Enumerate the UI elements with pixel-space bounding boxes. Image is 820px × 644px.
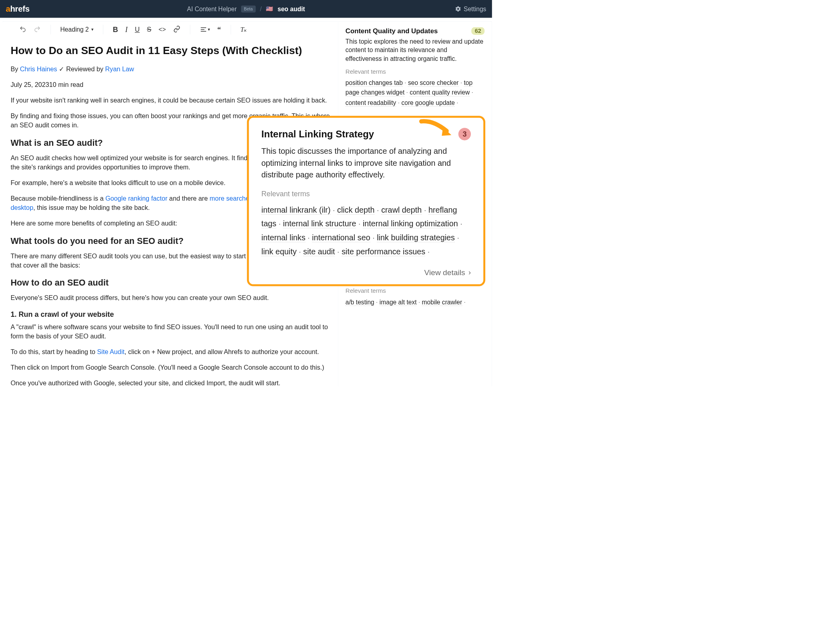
chevron-down-icon: ▾ [91,27,93,32]
link-site-audit[interactable]: Site Audit [97,348,125,356]
settings-button[interactable]: Settings [455,5,486,13]
view-details-button[interactable]: View details › [261,268,471,277]
byline: By Chris Haines ✓ Reviewed by Ryan Law [10,64,330,74]
app-name: AI Content Helper [187,5,237,13]
card-title: Internal Linking Strategy [261,129,374,139]
relevant-terms-label: Relevant terms [346,68,484,75]
topbar: ahrefs AI Content Helper Beta / 🇺🇸 seo a… [0,0,492,18]
publish-meta: July 25, 202310 min read [10,80,330,89]
strikethrough-button[interactable]: S [147,26,151,33]
score-badge: 3 [458,128,471,140]
author-link[interactable]: Chris Haines [20,65,57,72]
settings-label: Settings [464,5,486,13]
redo-button[interactable] [34,26,41,34]
link-button[interactable] [173,26,180,34]
keyword-crumb[interactable]: seo audit [277,5,305,13]
editor-toolbar: Heading 2 ▾ B I U S <> ▾ “ T✕ [2,21,338,38]
heading-select[interactable]: Heading 2 ▾ [60,26,94,34]
relevant-terms-label: Relevant terms [346,288,484,294]
card-title: Content Quality and Updates [346,27,438,35]
relevant-terms-label: Relevant terms [261,189,471,197]
code-button[interactable]: <> [159,26,166,34]
quote-button[interactable]: “ [217,26,221,34]
align-button[interactable]: ▾ [200,26,210,33]
gear-icon [455,6,461,12]
card-content-quality[interactable]: Content Quality and Updates 62 This topi… [346,27,484,108]
link-google-ranking[interactable]: Google ranking factor [105,195,167,202]
annotation-arrow-icon [419,118,455,139]
terms-list: position changes tab · seo score checker… [346,78,484,108]
flag-icon: 🇺🇸 [266,6,273,12]
chevron-right-icon: › [468,268,471,276]
bold-button[interactable]: B [113,26,118,34]
italic-button[interactable]: I [125,26,128,34]
clear-format-button[interactable]: T✕ [240,26,244,33]
page-title: How to Do an SEO Audit in 11 Easy Steps … [10,43,330,58]
reviewer-link[interactable]: Ryan Law [105,65,134,72]
terms-list: a/b testing · image alt text · mobile cr… [346,297,484,307]
undo-button[interactable] [19,26,26,34]
terms-list: internal linkrank (ilr) · click depth · … [261,203,471,259]
underline-button[interactable]: U [135,26,140,33]
card-description: This topic explores the need to review a… [346,37,484,63]
heading-step1: 1. Run a crawl of your website [10,309,330,320]
beta-badge: Beta [241,6,256,12]
score-badge: 62 [471,27,484,35]
card-description: This topic discusses the importance of a… [261,145,471,181]
breadcrumb: AI Content Helper Beta / 🇺🇸 seo audit [187,5,305,13]
logo[interactable]: ahrefs [6,4,29,14]
card-internal-linking-highlight[interactable]: Internal Linking Strategy 3 This topic d… [247,116,485,286]
breadcrumb-separator: / [260,5,261,13]
